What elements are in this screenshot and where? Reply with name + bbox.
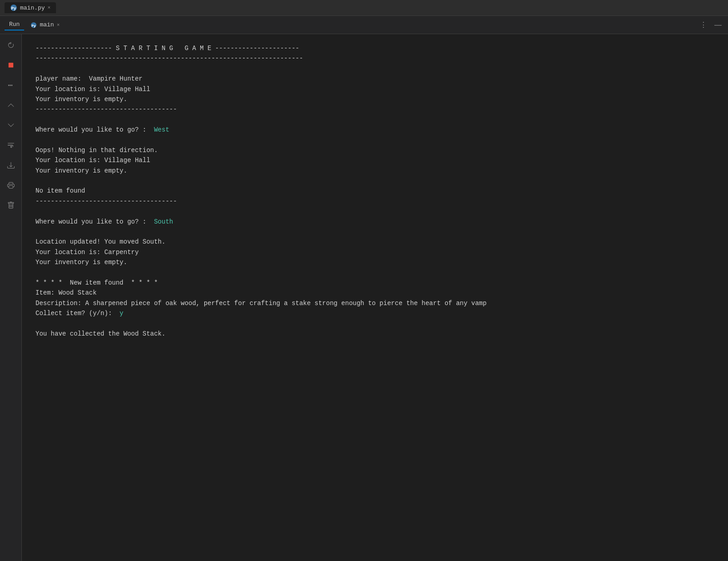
run-tab[interactable]: Run: [5, 19, 24, 31]
svg-text:Py: Py: [11, 6, 16, 11]
title-tab[interactable]: Py main.py ×: [5, 2, 56, 13]
line-inventory-1: Your inventory is empty.: [35, 94, 714, 104]
line-player: player name: Vampire Hunter: [35, 74, 714, 84]
title-bar: Py main.py ×: [0, 0, 728, 16]
scroll-up-sidebar-icon[interactable]: [4, 98, 18, 112]
empty-line-8: [35, 319, 714, 329]
user-input-south: South: [154, 218, 173, 225]
line-oops: Oops! Nothing in that direction.: [35, 145, 714, 155]
python-run-icon: Py: [30, 22, 37, 28]
minimize-button[interactable]: —: [713, 20, 723, 30]
empty-line-1: [35, 64, 714, 74]
line-1: -------------------- S T A R T I N G G A…: [35, 43, 714, 53]
wrap-lines-icon[interactable]: [4, 138, 18, 153]
empty-line-5: [35, 206, 714, 216]
line-divider-2: -------------------------------------: [35, 196, 714, 206]
empty-line-2: [35, 115, 714, 125]
line-collected: You have collected the Wood Stack.: [35, 329, 714, 339]
empty-line-4: [35, 176, 714, 186]
svg-rect-4: [8, 63, 13, 68]
line-location-2: Your location is: Village Hall: [35, 155, 714, 165]
line-inventory-2: Your inventory is empty.: [35, 166, 714, 176]
terminal-output: -------------------- S T A R T I N G G A…: [22, 34, 728, 561]
stop-icon[interactable]: [4, 58, 18, 72]
line-divider-1: -------------------------------------: [35, 104, 714, 114]
main-area: ⋯: [0, 34, 728, 561]
line-new-item: * * * * New item found * * * *: [35, 278, 714, 288]
line-prompt-1: Where would you like to go? : West: [35, 125, 714, 135]
line-description: Description: A sharpened piece of oak wo…: [35, 298, 714, 308]
empty-line-6: [35, 227, 714, 237]
download-sidebar-icon[interactable]: [4, 158, 18, 173]
line-location-1: Your location is: Village Hall: [35, 84, 714, 94]
svg-text:Py: Py: [32, 23, 36, 27]
empty-line-7: [35, 268, 714, 278]
sidebar: ⋯: [0, 34, 22, 561]
title-filename: main.py: [20, 5, 45, 11]
line-2: ----------------------------------------…: [35, 53, 714, 63]
line-prompt-2: Where would you like to go? : South: [35, 217, 714, 227]
ellipsis-icon[interactable]: ⋯: [4, 78, 18, 92]
line-inventory-3: Your inventory is empty.: [35, 257, 714, 267]
more-options-button[interactable]: ⋮: [698, 20, 709, 30]
trash-sidebar-icon[interactable]: [4, 198, 18, 213]
scroll-down-sidebar-icon[interactable]: [4, 118, 18, 133]
user-input-y: y: [120, 310, 123, 317]
line-no-item: No item found: [35, 186, 714, 196]
line-collect-prompt: Collect item? (y/n): y: [35, 308, 714, 318]
user-input-west: West: [154, 126, 169, 133]
main-tab-label: main: [40, 21, 54, 28]
main-tab-close-icon[interactable]: ×: [57, 22, 60, 28]
line-item-name: Item: Wood Stack: [35, 288, 714, 298]
line-moved-south: Location updated! You moved South.: [35, 237, 714, 247]
run-bar-actions: ⋮ —: [698, 20, 723, 30]
empty-line-3: [35, 135, 714, 145]
python-icon: Py: [10, 4, 17, 11]
restart-icon[interactable]: [4, 38, 18, 52]
run-bar: Run Py main × ⋮ —: [0, 16, 728, 34]
title-close-icon[interactable]: ×: [48, 5, 51, 10]
main-tab[interactable]: Py main ×: [26, 20, 64, 30]
line-location-3: Your location is: Carpentry: [35, 247, 714, 257]
print-sidebar-icon[interactable]: [4, 178, 18, 193]
run-label: Run: [9, 21, 20, 28]
